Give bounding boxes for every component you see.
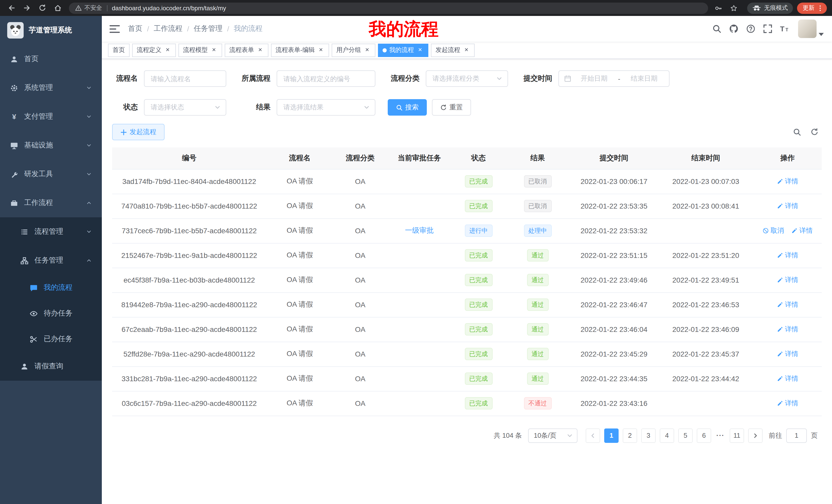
edit-icon [777,351,783,357]
close-icon[interactable]: × [364,47,371,54]
detail-action-button[interactable]: 详情 [777,300,798,309]
detail-action-button[interactable]: 详情 [777,399,798,408]
fullscreen-icon[interactable] [763,24,772,33]
tab-create-process[interactable]: 发起流程× [431,44,475,57]
sidebar-item-process-management[interactable]: 流程管理 [0,217,102,246]
header-search-icon[interactable] [712,24,722,33]
cell-actions: 详情 [753,292,822,317]
close-icon[interactable]: × [463,47,470,54]
breadcrumb-item[interactable]: 工作流程 [154,24,183,33]
chrome-update-button[interactable]: 更新 [797,2,827,13]
page-button-11[interactable]: 11 [730,428,744,443]
page-button-6[interactable]: 6 [697,428,711,443]
process-definition-input[interactable] [277,71,375,87]
detail-action-button[interactable]: 详情 [777,349,798,359]
cell-actions: 取消详情 [753,218,822,243]
status-tag: 已完成 [465,323,492,335]
cell-process-name: OA 请假 [266,169,333,194]
close-icon[interactable]: × [257,47,264,54]
cell-current-task [387,292,451,317]
page-button-2[interactable]: 2 [623,428,637,443]
page-size-select[interactable]: 10条/页 [528,428,577,443]
browser-forward-icon[interactable] [21,2,33,14]
browser-menu-icon[interactable] [816,4,824,11]
result-select[interactable]: 请选择流结果 [277,99,375,116]
page-button-3[interactable]: 3 [641,428,656,443]
search-button[interactable]: 搜索 [388,99,427,116]
submit-time-range-picker[interactable]: 开始日期 - 结束日期 [558,71,670,87]
tab-label: 用户分组 [336,46,361,54]
tab-process-model[interactable]: 流程模型× [178,44,222,57]
browser-home-icon[interactable] [51,2,64,14]
sidebar-item-dev-tools[interactable]: 研发工具 [0,160,102,189]
sidebar-item-home[interactable]: 首页 [0,45,102,74]
app-logo[interactable]: 芋道管理系统 [0,16,102,45]
reset-button[interactable]: 重置 [432,99,471,116]
filter-process-definition: 所属流程 [239,71,375,87]
font-size-icon[interactable]: TT [780,24,789,33]
gear-icon [10,84,18,92]
detail-action-button[interactable]: 详情 [777,251,798,260]
toggle-search-icon[interactable] [793,128,801,136]
tab-my-process[interactable]: 我的流程× [378,44,428,57]
page-button-5[interactable]: 5 [678,428,693,443]
create-process-button[interactable]: 发起流程 [112,124,164,140]
sidebar-item-done-task[interactable]: 已办任务 [0,326,102,352]
sidebar-item-leave-query[interactable]: 请假查询 [0,352,102,381]
close-icon[interactable]: × [164,47,171,54]
sidebar-item-task-management[interactable]: 任务管理 [0,246,102,275]
current-task-link[interactable]: 一级审批 [405,226,434,234]
cancel-action-button[interactable]: 取消 [762,226,784,235]
sidebar-item-payment[interactable]: ¥支付管理 [0,102,102,131]
sidebar-item-system[interactable]: 系统管理 [0,74,102,102]
sidebar-item-todo-task[interactable]: 待办任务 [0,301,102,326]
cell-status: 已完成 [451,342,505,366]
tab-home[interactable]: 首页 [108,44,130,57]
hamburger-icon[interactable] [109,24,120,33]
page-button-1[interactable]: 1 [604,428,619,443]
process-name-input[interactable] [144,71,226,87]
refresh-table-icon[interactable] [810,128,818,136]
tab-process-definition[interactable]: 流程定义× [132,44,176,57]
prev-page-button[interactable] [586,428,600,443]
help-icon[interactable] [746,24,755,33]
sidebar-item-workflow[interactable]: 工作流程 [0,189,102,217]
cell-result: 通过 [505,366,570,391]
category-select[interactable]: 请选择流程分类 [426,71,508,87]
table-row: 331bc281-7b9a-11ec-a290-acde48001122OA 请… [112,366,822,391]
tab-process-form[interactable]: 流程表单× [225,44,268,57]
password-key-icon[interactable] [712,2,725,14]
status-select[interactable]: 请选择状态 [144,99,226,116]
page-button-4[interactable]: 4 [660,428,674,443]
detail-action-button[interactable]: 详情 [777,325,798,334]
cell-end-time: 2022-01-22 23:51:20 [658,243,753,268]
security-indicator[interactable]: 不安全 [75,4,102,12]
detail-action-button[interactable]: 详情 [791,226,813,235]
sidebar-item-infrastructure[interactable]: 基础设施 [0,131,102,160]
browser-back-icon[interactable] [5,2,18,14]
breadcrumb-item[interactable]: 首页 [128,24,142,33]
detail-action-button[interactable]: 详情 [777,201,798,211]
sidebar-item-my-process[interactable]: 我的流程 [0,275,102,301]
close-icon[interactable]: × [210,47,217,54]
close-icon[interactable]: × [417,47,424,54]
github-icon[interactable] [729,24,738,33]
detail-action-button[interactable]: 详情 [777,275,798,285]
chat-icon [30,284,37,291]
detail-action-button[interactable]: 详情 [777,177,798,186]
detail-action-button[interactable]: 详情 [777,374,798,383]
tab-process-form-edit[interactable]: 流程表单-编辑× [271,44,329,57]
browser-reload-icon[interactable] [36,2,48,14]
process-table: 编号流程名流程分类当前审批任务状态结果提交时间结束时间操作 3ad174fb-7… [112,147,822,416]
breadcrumb-item[interactable]: 任务管理 [194,24,223,33]
pagination-ellipsis[interactable]: ··· [714,431,727,439]
jump-page-input[interactable] [786,428,807,443]
cell-submit-time: 2022-01-22 23:44:35 [570,366,658,391]
cell-current-task [387,342,451,366]
bookmark-star-icon[interactable] [728,2,740,14]
tab-user-group[interactable]: 用户分组× [332,44,375,57]
user-avatar[interactable] [798,20,824,38]
address-bar[interactable]: 不安全 dashboard.yudao.iocoder.cn/bpm/task/… [69,2,708,13]
close-icon[interactable]: × [317,47,324,54]
next-page-button[interactable] [748,428,762,443]
